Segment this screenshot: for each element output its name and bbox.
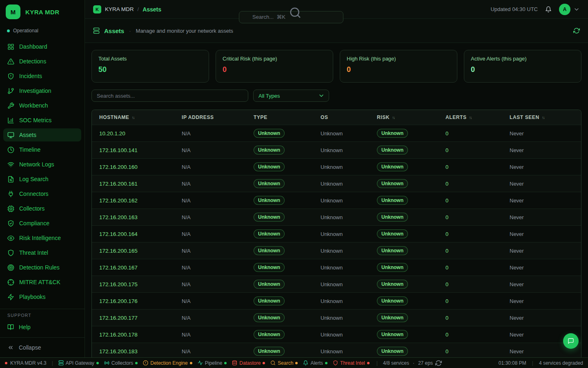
type-filter-select[interactable]: All Types [253,90,329,102]
cell-alerts: 0 [438,348,502,355]
cell-hostname[interactable]: 172.16.200.164 [92,231,174,237]
sidebar-item-label: Threat Intel [19,249,48,256]
cell-hostname[interactable]: 172.16.200.167 [92,265,174,271]
sidebar-item-mitre-att-ck[interactable]: MITRE ATT&CK [3,276,81,289]
updated-timestamp: Updated 04:30 UTC [490,6,538,12]
cell-hostname[interactable]: 172.16.200.175 [92,281,174,287]
shield-alert-icon [7,73,14,80]
cell-os: Unknown [313,332,370,338]
cell-alerts: 0 [438,298,502,304]
sidebar-item-timeline[interactable]: Timeline [3,143,81,156]
sidebar-item-help[interactable]: Help [3,321,81,334]
sort-icon: ↑↓ [542,115,544,120]
table-row[interactable]: 172.16.200.161N/AUnknownUnknownUnknown0N… [92,175,581,192]
breadcrumb-app[interactable]: KYRA MDR [105,6,134,12]
column-header-hostname[interactable]: HOSTNAME↑↓ [92,114,174,120]
sidebar-item-incidents[interactable]: Incidents [3,70,81,83]
refresh-button[interactable] [573,27,580,34]
cell-hostname[interactable]: 172.16.200.176 [92,298,174,304]
sidebar-item-label: Workbench [19,102,48,109]
brand-logo: M [6,4,20,19]
services-group: API GatewayCollectorsDetection EnginePip… [58,360,371,366]
sidebar-item-network-logs[interactable]: Network Logs [3,158,81,171]
brand-name: KYRA MDR [25,9,59,16]
sidebar-item-workbench[interactable]: Workbench [3,99,81,112]
stat-value: 0 [347,65,450,74]
column-header-ip-address: IP ADDRESS [174,114,246,120]
cell-alerts: 0 [438,197,502,204]
sidebar-item-risk-intelligence[interactable]: Risk Intelligence [3,231,81,245]
cell-hostname[interactable]: 172.16.200.161 [92,181,174,187]
cell-hostname[interactable]: 172.16.200.183 [92,348,174,355]
risk-badge: Unknown [377,313,408,322]
eye-icon [7,235,14,242]
collapse-button[interactable]: Collapse [3,341,81,354]
table-row[interactable]: 172.16.200.175N/AUnknownUnknownUnknown0N… [92,276,581,292]
services-summary: 4/8 services [383,360,409,366]
service-detection-engine: Detection Engine [143,360,192,366]
chat-bubble-icon [568,338,574,344]
sidebar-item-label: Risk Intelligence [19,235,61,241]
sidebar-item-compliance[interactable]: Compliance [3,217,81,230]
cell-os: Unknown [313,231,370,237]
chat-button[interactable] [563,333,579,349]
table-row[interactable]: 172.16.200.162N/AUnknownUnknownUnknown0N… [92,192,581,209]
sidebar-item-label: Collectors [19,205,45,212]
cell-hostname[interactable]: 172.16.200.163 [92,214,174,220]
table-row[interactable]: 172.16.200.163N/AUnknownUnknownUnknown0N… [92,209,581,225]
cell-risk: Unknown [370,263,438,272]
asset-search-input[interactable] [91,90,248,102]
table-row[interactable]: 172.16.200.167N/AUnknownUnknownUnknown0N… [92,259,581,276]
cell-os: Unknown [313,130,370,137]
sidebar-item-collectors[interactable]: Collectors [3,202,81,215]
topbar-right: Updated 04:30 UTC A [490,4,580,15]
table-row[interactable]: 172.16.200.165N/AUnknownUnknownUnknown0N… [92,242,581,259]
table-header-row: HOSTNAME↑↓IP ADDRESSTYPEOSRISK↑↓ALERTS↑↓… [92,110,581,125]
eps-indicator: 27 eps [418,360,442,366]
table-row[interactable]: 172.16.200.178N/AUnknownUnknownUnknown0N… [92,326,581,343]
type-badge: Unknown [254,330,285,339]
table-row[interactable]: 172.16.200.164N/AUnknownUnknownUnknown0N… [92,225,581,242]
cell-hostname[interactable]: 172.16.200.160 [92,164,174,170]
sidebar-item-assets[interactable]: Assets [3,128,81,141]
table-row[interactable]: 172.16.100.141N/AUnknownUnknownUnknown0N… [92,141,581,158]
sidebar-item-detection-rules[interactable]: Detection Rules [3,261,81,274]
table-body: 10.20.1.20N/AUnknownUnknownUnknown0Never… [92,125,581,357]
sidebar-item-connectors[interactable]: Connectors [3,187,81,200]
cell-hostname[interactable]: 172.16.200.178 [92,332,174,338]
service-status-dot [325,362,327,364]
sidebar-item-label: Detections [19,58,46,65]
sidebar-item-identities[interactable]: Identities [3,305,81,309]
column-header-last-seen[interactable]: LAST SEEN↑↓ [502,114,581,120]
user-menu[interactable]: A [559,4,580,15]
sidebar-item-log-search[interactable]: Log Search [3,173,81,186]
cell-hostname[interactable]: 172.16.200.162 [92,197,174,204]
sidebar-item-threat-intel[interactable]: Threat Intel [3,246,81,259]
table-row[interactable]: 172.16.200.160N/AUnknownUnknownUnknown0N… [92,158,581,175]
risk-badge: Unknown [377,179,408,188]
notifications-button[interactable] [545,6,552,13]
cell-os: Unknown [313,214,370,220]
sidebar-item-playbooks[interactable]: Playbooks [3,290,81,303]
table-row[interactable]: 172.16.200.177N/AUnknownUnknownUnknown0N… [92,309,581,326]
sidebar-item-detections[interactable]: Detections [3,55,81,68]
sidebar-item-investigation[interactable]: Investigation [3,84,81,97]
sort-icon: ↑↓ [131,115,134,120]
table-row[interactable]: 10.20.1.20N/AUnknownUnknownUnknown0Never [92,125,581,141]
cell-os: Unknown [313,248,370,254]
column-header-alerts[interactable]: ALERTS↑↓ [438,114,502,120]
sidebar-item-soc-metrics[interactable]: SOC Metrics [3,114,81,127]
column-header-risk[interactable]: RISK↑↓ [370,114,438,120]
table-row[interactable]: 172.16.200.176N/AUnknownUnknownUnknown0N… [92,292,581,309]
sidebar-item-dashboard[interactable]: Dashboard [3,40,81,53]
cell-hostname[interactable]: 172.16.200.165 [92,248,174,254]
cell-hostname[interactable]: 10.20.1.20 [92,130,174,137]
cell-hostname[interactable]: 172.16.100.141 [92,147,174,153]
avatar[interactable]: A [559,4,570,15]
stat-label: Critical Risk (this page) [223,56,326,62]
alert-octagon-icon [143,360,148,366]
service-pipeline: Pipeline [198,360,227,366]
table-row[interactable]: 172.16.200.183N/AUnknownUnknownUnknown0N… [92,343,581,357]
cell-hostname[interactable]: 172.16.200.177 [92,315,174,321]
radio-icon [104,360,109,366]
